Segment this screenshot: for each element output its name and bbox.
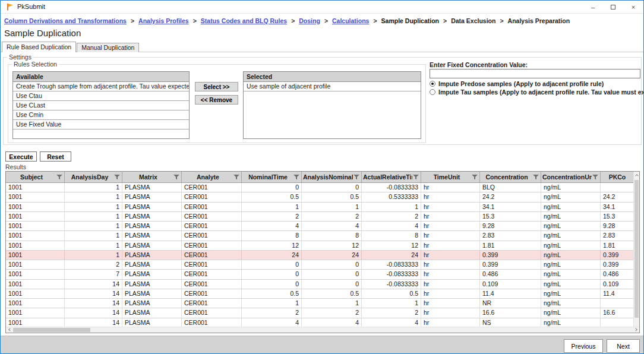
cell-nominaltime: 0 — [242, 183, 302, 192]
cell-analysisnominalt: 24 — [302, 251, 362, 260]
column-header-subject[interactable]: Subject — [6, 172, 65, 182]
list-empty-row — [13, 129, 189, 139]
scroll-left-icon[interactable] — [7, 328, 12, 331]
filter-icon[interactable] — [353, 175, 360, 180]
table-row[interactable]: 10011PLASMACER0010.50.50.5333333hr24.2ng… — [6, 192, 633, 202]
cell-concentrationunit: ng/mL — [541, 222, 601, 230]
table-row[interactable]: 100114PLASMACER0010.50.50.5hr11.4ng/mL11… — [6, 289, 633, 299]
column-header-label: TimeUnit — [422, 173, 471, 181]
breadcrumb-item-analysis-profiles[interactable]: Analysis Profiles — [138, 17, 189, 24]
reset-button[interactable]: Reset — [40, 151, 71, 162]
remove-button[interactable]: << Remove — [195, 95, 238, 105]
cell-nominaltime: 0 — [242, 260, 302, 269]
execute-button[interactable]: Execute — [5, 151, 37, 162]
scroll-right-icon[interactable] — [633, 328, 639, 331]
cell-timeunit: hr — [421, 231, 480, 240]
cell-concentrationunit: ng/mL — [541, 318, 601, 327]
cell-analysisday: 1 — [65, 241, 122, 250]
cell-timeunit: hr — [421, 212, 480, 221]
radio-option-1[interactable]: Impute Predose samples (Apply to adjacen… — [430, 80, 644, 87]
next-button[interactable]: Next — [607, 339, 640, 353]
table-row[interactable]: 100114PLASMACER00100-0.0833333hr0.109ng/… — [6, 280, 633, 289]
column-header-nominaltime[interactable]: NominalTime — [242, 172, 302, 182]
cell-concentrationunit: ng/mL — [541, 280, 601, 289]
scroll-up-icon[interactable] — [634, 173, 639, 177]
radio-option-2[interactable]: Impute Tau samples (Apply to adjacent pr… — [430, 88, 644, 96]
cell-nominaltime: 8 — [242, 231, 302, 240]
cell-matrix: PLASMA — [122, 318, 182, 327]
maximize-button[interactable] — [603, 1, 623, 14]
cell-concentration: 0.109 — [480, 280, 541, 289]
table-row[interactable]: 10017PLASMACER00100-0.0833333hr0.486ng/m… — [6, 270, 633, 279]
settings-group-label: Settings — [7, 53, 33, 61]
minimize-button[interactable]: – — [583, 1, 603, 14]
table-row[interactable]: 10011PLASMACER001444hr9.28ng/mL9.28 — [6, 222, 633, 231]
list-item[interactable]: Use CLast — [13, 101, 189, 110]
column-header-timeunit[interactable]: TimeUnit — [421, 172, 480, 182]
cell-actualrelativetim: 1 — [362, 299, 421, 308]
table-row[interactable]: 100114PLASMACER001444hrNSng/mL — [6, 318, 633, 327]
breadcrumb-item-dosing[interactable]: Dosing — [299, 17, 320, 24]
column-header-matrix[interactable]: Matrix — [122, 172, 182, 182]
cell-actualrelativetim: 2 — [362, 212, 421, 221]
radio-label: Impute Tau samples (Apply to adjacent pr… — [438, 88, 644, 96]
table-row[interactable]: 10011PLASMACER00100-0.0833333hrBLQng/mL — [6, 183, 633, 192]
vertical-scroll-thumb[interactable] — [634, 180, 639, 318]
breadcrumb: Column Derivations and Transformations>A… — [4, 15, 570, 26]
filter-icon[interactable] — [113, 175, 121, 180]
table-row[interactable]: 10011PLASMACER001121212hr1.81ng/mL1.81 — [6, 241, 633, 251]
breadcrumb-item-status-codes-and-blq-rules[interactable]: Status Codes and BLQ Rules — [201, 17, 287, 24]
cell-concentration: 0.486 — [480, 270, 541, 279]
table-row[interactable]: 100114PLASMACER001111hrNRng/mL — [6, 299, 633, 308]
column-header-actualrelativetim[interactable]: ActualRelativeTim — [362, 172, 421, 182]
table-row[interactable]: 100114PLASMACER001222hr16.6ng/mL16.6 — [6, 308, 633, 318]
cell-analysisnominalt: 0 — [302, 280, 362, 289]
list-item[interactable]: Use sample of adjacent profile — [244, 82, 421, 91]
cell-analysisday: 1 — [65, 212, 122, 221]
select-button[interactable]: Select >> — [195, 82, 238, 91]
filter-icon[interactable] — [412, 175, 419, 180]
column-header-label: PKCo — [602, 173, 633, 181]
footer: Previous Next — [1, 336, 643, 353]
list-item[interactable]: Create Trough sample from adjacent profi… — [13, 82, 189, 91]
list-item[interactable]: Use Fixed Value — [13, 120, 189, 129]
previous-button[interactable]: Previous — [564, 339, 603, 353]
table-row[interactable]: 10011PLASMACER001222hr15.3ng/mL15.3 — [6, 212, 633, 222]
table-row[interactable]: 10011PLASMACER001242424hr0.399ng/mL0.399 — [6, 251, 633, 260]
tab-manual-duplication[interactable]: Manual Duplication — [77, 43, 139, 52]
close-button[interactable]: × — [623, 1, 643, 14]
breadcrumb-item-calculations[interactable]: Calculations — [332, 17, 369, 24]
column-header-analyte[interactable]: Analyte — [182, 172, 242, 182]
column-header-concentration[interactable]: Concentration — [480, 172, 541, 182]
filter-icon[interactable] — [532, 175, 539, 180]
column-header-pkco[interactable]: PKCo — [601, 172, 633, 182]
page-title: Sample Duplication — [4, 28, 81, 38]
cell-analyte: CER001 — [182, 251, 242, 260]
results-group-label: Results — [5, 163, 26, 170]
list-item[interactable]: Use Ctau — [13, 91, 189, 101]
cell-subject: 1001 — [6, 212, 65, 221]
filter-icon[interactable] — [233, 175, 240, 180]
vertical-scrollbar[interactable] — [633, 172, 639, 327]
filter-icon[interactable] — [56, 175, 63, 180]
breadcrumb-item-column-derivations-and-transformations[interactable]: Column Derivations and Transformations — [4, 17, 127, 24]
column-header-analysisday[interactable]: AnalysisDay — [65, 172, 122, 182]
horizontal-scroll-thumb[interactable] — [13, 328, 90, 332]
list-item[interactable]: Use Cmin — [13, 110, 189, 120]
cell-concentration: 0.399 — [480, 260, 541, 269]
tab-rule-based-duplication[interactable]: Rule Based Duplication — [2, 42, 76, 52]
filter-icon[interactable] — [173, 175, 180, 180]
fixed-concentration-input[interactable] — [430, 69, 640, 78]
column-header-analysisnominalt[interactable]: AnalysisNominalT — [302, 172, 362, 182]
table-row[interactable]: 10011PLASMACER001111hr34.1ng/mL34.1 — [6, 203, 633, 212]
column-header-label: ConcentrationUnit — [542, 173, 592, 181]
filter-icon[interactable] — [293, 175, 300, 180]
filter-icon[interactable] — [471, 175, 478, 180]
column-header-concentrationunit[interactable]: ConcentrationUnit — [541, 172, 601, 182]
cell-pkco: 24.2 — [601, 192, 633, 201]
cell-analysisnominalt: 0 — [302, 260, 362, 269]
filter-icon[interactable] — [592, 175, 599, 180]
horizontal-scrollbar[interactable] — [6, 327, 639, 333]
table-row[interactable]: 10012PLASMACER00100-0.0833333hr0.399ng/m… — [6, 260, 633, 270]
table-row[interactable]: 10011PLASMACER001888hr2.83ng/mL2.83 — [6, 231, 633, 241]
